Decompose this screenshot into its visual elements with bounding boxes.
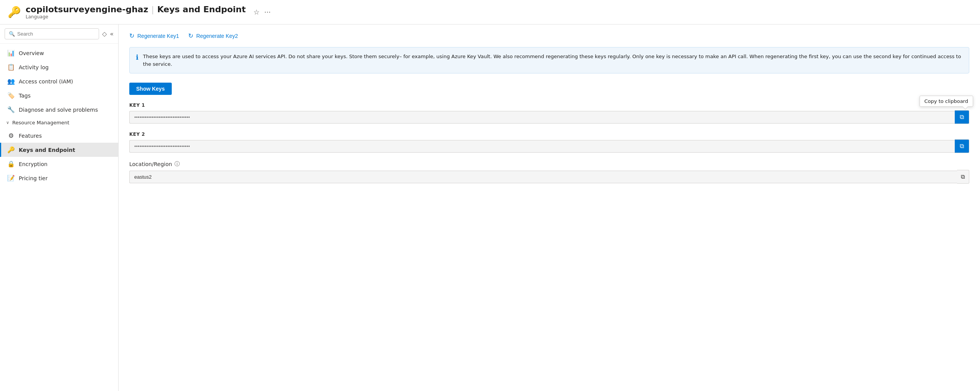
favorite-icon[interactable]: ☆ xyxy=(254,8,260,16)
pricing-icon: 📝 xyxy=(7,174,15,182)
key2-input[interactable] xyxy=(129,140,955,153)
sidebar-item-diagnose[interactable]: 🔧 Diagnose and solve problems xyxy=(0,103,118,117)
page-header: 🔑 copilotsurveyengine-ghaz | Keys and En… xyxy=(0,0,980,24)
sidebar-search-row: 🔍 ◇ « xyxy=(0,24,118,44)
diagnose-icon: 🔧 xyxy=(7,106,15,113)
access-control-icon: 👥 xyxy=(7,78,15,85)
sidebar-item-label: Keys and Endpoint xyxy=(19,147,75,153)
show-keys-button[interactable]: Show Keys xyxy=(129,83,172,95)
regenerate-key2-label: Regenerate Key2 xyxy=(196,33,238,39)
refresh-key2-icon: ↻ xyxy=(188,32,193,39)
sidebar-item-label: Overview xyxy=(19,50,44,56)
section-chevron-icon: ∨ xyxy=(6,120,9,125)
key2-section: KEY 2 ⧉ xyxy=(129,132,969,153)
copy-tooltip: Copy to clipboard xyxy=(920,96,973,107)
key2-field-row: ⧉ xyxy=(129,139,969,153)
sidebar-item-label: Encryption xyxy=(19,161,47,167)
key1-field-row: Copy to clipboard ⧉ xyxy=(129,110,969,124)
header-actions: ☆ ··· xyxy=(254,8,271,16)
search-input[interactable] xyxy=(17,31,95,37)
page-title: Keys and Endpoint xyxy=(157,5,246,14)
sidebar-item-label: Tags xyxy=(19,93,31,99)
key1-input[interactable] xyxy=(129,111,955,124)
search-icon: 🔍 xyxy=(9,31,15,37)
sidebar-item-label: Pricing tier xyxy=(19,175,47,181)
sidebar-item-keys-endpoint[interactable]: 🔑 Keys and Endpoint xyxy=(0,143,118,157)
key1-copy-container: Copy to clipboard ⧉ xyxy=(955,110,969,124)
regenerate-key2-button[interactable]: ↻ Regenerate Key2 xyxy=(188,32,238,39)
sidebar-item-encryption[interactable]: 🔒 Encryption xyxy=(0,157,118,171)
sidebar: 🔍 ◇ « 📊 Overview 📋 Activity log 👥 Access… xyxy=(0,24,119,391)
sidebar-item-label: Access control (IAM) xyxy=(19,78,73,85)
regenerate-key1-label: Regenerate Key1 xyxy=(137,33,179,39)
sidebar-item-label: Activity log xyxy=(19,64,49,70)
features-icon: ⚙️ xyxy=(7,132,15,139)
copy-icon: ⧉ xyxy=(960,143,964,150)
filter-icon[interactable]: ◇ xyxy=(102,30,107,37)
sidebar-item-pricing-tier[interactable]: 📝 Pricing tier xyxy=(0,171,118,185)
key2-copy-button[interactable]: ⧉ xyxy=(955,139,969,153)
info-box: ℹ These keys are used to access your Azu… xyxy=(129,47,969,73)
toolbar: ↻ Regenerate Key1 ↻ Regenerate Key2 xyxy=(129,32,969,39)
more-options-icon[interactable]: ··· xyxy=(264,8,271,16)
sidebar-item-label: Diagnose and solve problems xyxy=(19,107,98,113)
resource-management-section[interactable]: ∨ Resource Management xyxy=(0,117,118,129)
location-input[interactable] xyxy=(129,171,957,183)
sidebar-item-overview[interactable]: 📊 Overview xyxy=(0,46,118,60)
location-field-row: ⧉ xyxy=(129,170,969,184)
location-copy-button[interactable]: ⧉ xyxy=(957,170,969,184)
activity-log-icon: 📋 xyxy=(7,64,15,71)
header-separator: | xyxy=(151,5,154,14)
location-label: Location/Region ⓘ xyxy=(129,161,969,168)
header-title-group: copilotsurveyengine-ghaz | Keys and Endp… xyxy=(26,5,246,20)
info-icon: ℹ xyxy=(136,53,138,68)
key1-section: KEY 1 Copy to clipboard ⧉ xyxy=(129,103,969,124)
key1-copy-button[interactable]: ⧉ xyxy=(955,110,969,124)
sidebar-item-activity-log[interactable]: 📋 Activity log xyxy=(0,60,118,74)
copy-location-icon: ⧉ xyxy=(961,173,965,180)
resource-name: copilotsurveyengine-ghaz xyxy=(26,5,148,14)
collapse-icon[interactable]: « xyxy=(110,30,114,37)
sidebar-item-label: Features xyxy=(19,133,42,139)
overview-icon: 📊 xyxy=(7,49,15,57)
sidebar-item-features[interactable]: ⚙️ Features xyxy=(0,129,118,143)
location-section: Location/Region ⓘ ⧉ xyxy=(129,161,969,184)
location-label-text: Location/Region xyxy=(129,161,172,167)
sidebar-navigation: 📊 Overview 📋 Activity log 👥 Access contr… xyxy=(0,44,118,187)
sidebar-item-access-control[interactable]: 👥 Access control (IAM) xyxy=(0,74,118,88)
main-content: ↻ Regenerate Key1 ↻ Regenerate Key2 ℹ Th… xyxy=(119,24,980,391)
section-label: Resource Management xyxy=(12,120,69,125)
copy-icon: ⧉ xyxy=(960,114,964,121)
tags-icon: 🏷️ xyxy=(7,92,15,99)
key2-label: KEY 2 xyxy=(129,132,969,137)
regenerate-key1-button[interactable]: ↻ Regenerate Key1 xyxy=(129,32,179,39)
header-subtitle: Language xyxy=(26,14,246,20)
location-info-icon[interactable]: ⓘ xyxy=(174,161,180,168)
layout: 🔍 ◇ « 📊 Overview 📋 Activity log 👥 Access… xyxy=(0,24,980,391)
refresh-key1-icon: ↻ xyxy=(129,32,134,39)
info-text: These keys are used to access your Azure… xyxy=(143,53,963,68)
search-input-wrapper[interactable]: 🔍 xyxy=(5,28,99,39)
sidebar-item-tags[interactable]: 🏷️ Tags xyxy=(0,88,118,103)
key1-label: KEY 1 xyxy=(129,103,969,108)
encryption-icon: 🔒 xyxy=(7,160,15,168)
resource-icon: 🔑 xyxy=(8,6,21,18)
keys-icon: 🔑 xyxy=(7,146,15,153)
